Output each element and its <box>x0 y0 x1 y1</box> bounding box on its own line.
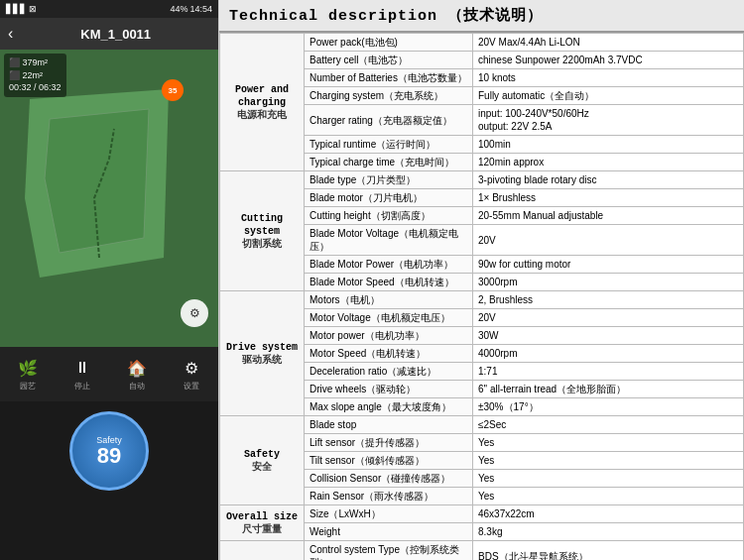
spec-value: ±30%（17°） <box>473 398 744 416</box>
section-label: Drive system驱动系统 <box>220 291 305 416</box>
spec-name: Typical runtime（运行时间） <box>305 136 473 154</box>
status-signal: ▋▋▋ ⊠ <box>6 4 37 14</box>
spec-value: 10 knots <box>473 69 744 87</box>
spec-value: 3000rpm <box>473 274 744 291</box>
section-label: Safety安全 <box>220 416 305 505</box>
spec-name: Power pack(电池包) <box>305 34 473 52</box>
spec-name: Blade motor（刀片电机） <box>305 189 473 207</box>
spec-value: ≤2Sec <box>473 416 744 434</box>
spec-value: 20V <box>473 225 744 256</box>
nav-item-stop[interactable]: ⏸ 停止 <box>71 357 93 392</box>
map-area[interactable]: ⬛ 379m² ⬛ 22m² 00:32 / 06:32 35 ⚙ <box>0 50 218 347</box>
robot-number: 35 <box>169 86 178 95</box>
spec-name: Motor Voltage（电机额定电压） <box>305 309 473 327</box>
spec-name: Charging system（充电系统） <box>305 87 473 105</box>
map-shape <box>20 79 179 317</box>
nav-label-stop: 停止 <box>74 381 90 392</box>
map-settings-button[interactable]: ⚙ <box>181 299 208 327</box>
spec-value: input: 100-240V*50/60Hzoutput: 22V 2.5A <box>473 105 744 136</box>
spec-value: 4000rpm <box>473 345 744 363</box>
status-right: 44% 14:54 <box>170 4 212 14</box>
nav-label-auto: 自动 <box>129 381 145 392</box>
stop-icon: ⏸ <box>71 357 93 379</box>
nav-item-garden[interactable]: 🌿 园艺 <box>17 357 39 392</box>
area2-display: ⬛ 22m² <box>9 69 62 82</box>
spec-value: Yes <box>473 452 744 470</box>
spec-value: 120min approx <box>473 154 744 171</box>
phone-screen: ▋▋▋ ⊠ 44% 14:54 ‹ KM_1_0011 <box>0 0 218 560</box>
safety-badge: Safety 89 <box>69 411 149 491</box>
settings-icon: ⚙ <box>189 306 200 320</box>
spec-name: Lift sensor（提升传感器） <box>305 434 473 452</box>
spec-name: Deceleration ratio（减速比） <box>305 363 473 381</box>
spec-name: Size（LxWxH） <box>305 505 473 523</box>
spec-name: Motor power（电机功率） <box>305 327 473 345</box>
spec-value: 100min <box>473 136 744 154</box>
safety-number: 89 <box>97 445 121 467</box>
spec-name: Motor Speed（电机转速） <box>305 345 473 363</box>
spec-name: Number of Batteries（电池芯数量） <box>305 69 473 87</box>
spec-value: 2, Brushless <box>473 291 744 309</box>
bottom-navigation: 🌿 园艺 ⏸ 停止 🏠 自动 ⚙ 设置 <box>0 347 218 401</box>
spec-name: Collision Sensor（碰撞传感器） <box>305 470 473 488</box>
table-row: Safety安全Blade stop≤2Sec <box>220 416 744 434</box>
area1-display: ⬛ 379m² <box>9 56 62 69</box>
settings-nav-icon: ⚙ <box>181 357 202 379</box>
garden-icon: 🌿 <box>17 357 39 379</box>
spec-value: 1:71 <box>473 363 744 381</box>
spec-name: Max slope angle（最大坡度角） <box>305 398 473 416</box>
table-row: Other其他Control system Type（控制系统类型）BDS（北斗… <box>220 541 744 561</box>
spec-name: Charger rating（充电器额定值） <box>305 105 473 136</box>
nav-item-settings[interactable]: ⚙ 设置 <box>181 357 202 392</box>
spec-value: BDS（北斗星导航系统） <box>473 541 744 561</box>
section-label: Cuttingsystem切割系统 <box>220 171 305 291</box>
map-info-overlay: ⬛ 379m² ⬛ 22m² 00:32 / 06:32 <box>4 54 66 97</box>
tech-description-panel: Technical description （技术说明） Power andch… <box>218 0 744 560</box>
nav-label-garden: 园艺 <box>20 381 36 392</box>
spec-value: 20-55mm Manual adjustable <box>473 207 744 225</box>
table-row: Drive system驱动系统Motors（电机）2, Brushless <box>220 291 744 309</box>
back-icon[interactable]: ‹ <box>8 25 13 43</box>
spec-name: Motors（电机） <box>305 291 473 309</box>
spec-value: Fully automatic（全自动） <box>473 87 744 105</box>
spec-value: 30W <box>473 327 744 345</box>
signal-icon: ▋▋▋ <box>6 4 27 14</box>
spec-name: Tilt sensor（倾斜传感器） <box>305 452 473 470</box>
spec-value: 90w for cutting motor <box>473 256 744 274</box>
spec-name: Typical charge time（充电时间） <box>305 154 473 171</box>
spec-name: Blade type（刀片类型） <box>305 171 473 189</box>
spec-name: Weight <box>305 523 473 541</box>
spec-value: Yes <box>473 434 744 452</box>
time-display-map: 00:32 / 06:32 <box>9 81 62 94</box>
table-row: Power andcharging电源和充电Power pack(电池包)20V… <box>220 34 744 52</box>
battery-icon: 44% <box>170 4 187 14</box>
spec-value: 8.3kg <box>473 523 744 541</box>
section-label: Overall size尺寸重量 <box>220 505 305 541</box>
spec-name: Blade Motor Speed（电机转速） <box>305 274 473 291</box>
section-label: Other其他 <box>220 541 305 561</box>
table-row: Overall size尺寸重量Size（LxWxH）46x37x22cm <box>220 505 744 523</box>
spec-table: Power andcharging电源和充电Power pack(电池包)20V… <box>219 33 744 560</box>
table-row: Cuttingsystem切割系统Blade type（刀片类型）3-pivot… <box>220 171 744 189</box>
spec-name: Blade Motor Voltage（电机额定电压） <box>305 225 473 256</box>
spec-name: Drive wheels（驱动轮） <box>305 381 473 398</box>
phone-mockup: ▋▋▋ ⊠ 44% 14:54 ‹ KM_1_0011 <box>0 0 218 560</box>
spec-name: Blade Motor Power（电机功率） <box>305 256 473 274</box>
spec-name: Battery cell（电池芯） <box>305 52 473 69</box>
spec-value: chinese Sunpower 2200mAh 3.7VDC <box>473 52 744 69</box>
spec-name: Blade stop <box>305 416 473 434</box>
section-label: Power andcharging电源和充电 <box>220 34 305 171</box>
nav-label-settings: 设置 <box>184 381 199 392</box>
nav-bar: ‹ KM_1_0011 <box>0 18 218 50</box>
nav-item-auto[interactable]: 🏠 自动 <box>126 357 148 392</box>
spec-value: 20V Max/4.4Ah Li-LON <box>473 34 744 52</box>
wifi-icon: ⊠ <box>29 4 37 14</box>
status-bar: ▋▋▋ ⊠ 44% 14:54 <box>0 0 218 18</box>
spec-value: 3-pivoting blade rotary disc <box>473 171 744 189</box>
spec-value: Yes <box>473 470 744 488</box>
robot-indicator: 35 <box>162 79 184 101</box>
spec-value: 1× Brushless <box>473 189 744 207</box>
spec-value: 6" all-terrain tread（全地形胎面） <box>473 381 744 398</box>
panel-header: Technical description （技术说明） <box>219 0 744 33</box>
spec-value: 20V <box>473 309 744 327</box>
